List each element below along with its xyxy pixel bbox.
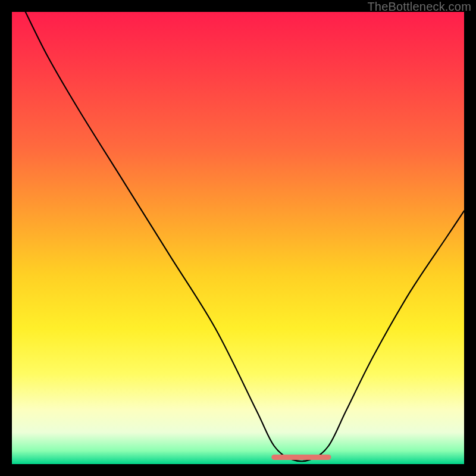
plot-svg: [12, 12, 464, 464]
plot-area: [12, 12, 464, 464]
watermark-text: TheBottleneck.com: [367, 0, 471, 14]
bottleneck-curve: [26, 12, 464, 461]
chart-frame: TheBottleneck.com: [0, 0, 476, 476]
